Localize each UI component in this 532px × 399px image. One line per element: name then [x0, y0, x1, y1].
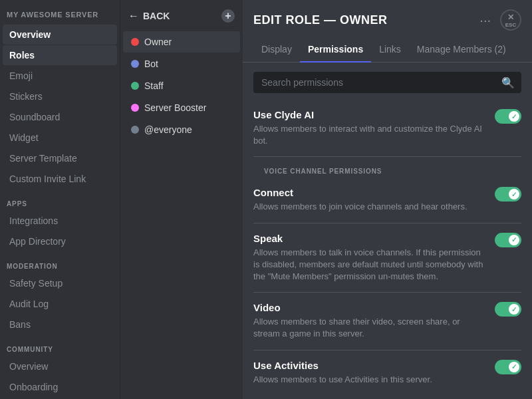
everyone-dot [131, 126, 139, 134]
checkmark-icon: ✓ [511, 306, 517, 313]
tabs-bar: Display Permissions Links Manage Members… [243, 37, 532, 63]
apps-section-label: APPS [0, 190, 120, 210]
sidebar-item-stickers[interactable]: Stickers [3, 86, 117, 106]
sidebar-item-custom-invite[interactable]: Custom Invite Link [3, 169, 117, 189]
role-item-server-booster[interactable]: Server Booster [123, 97, 240, 118]
sidebar-item-safety-setup[interactable]: Safety Setup [3, 273, 117, 293]
role-label-everyone: @everyone [144, 124, 192, 135]
permission-speak: Speak Allows members to talk in voice ch… [253, 223, 521, 293]
permission-desc: Allows members to interact with and cust… [253, 123, 487, 147]
search-icon: 🔍 [501, 76, 515, 89]
back-arrow-icon: ← [128, 10, 139, 22]
toggle-knob: ✓ [509, 304, 519, 315]
sidebar-item-app-directory[interactable]: App Directory [3, 231, 117, 251]
permission-use-activities: Use Activities Allows members to use Act… [253, 350, 521, 395]
checkmark-icon: ✓ [511, 363, 517, 370]
page-title: EDIT ROLE — OWNER [253, 13, 388, 27]
permission-use-clyde-ai: Use Clyde AI Allows members to interact … [253, 100, 521, 157]
permission-name: Speak [253, 233, 487, 244]
add-role-button[interactable]: + [221, 9, 235, 23]
sidebar: MY AWESOME SERVER Overview Roles Emoji S… [0, 0, 120, 399]
moderation-section-label: MODERATION [0, 252, 120, 273]
permissions-list: Use Clyde AI Allows members to interact … [243, 100, 532, 399]
checkmark-icon: ✓ [511, 191, 517, 198]
header-actions: ··· ✕ ESC [475, 9, 521, 31]
tab-display[interactable]: Display [253, 37, 300, 63]
close-esc-button[interactable]: ✕ ESC [500, 9, 521, 31]
search-input[interactable] [253, 72, 521, 93]
back-button[interactable]: ← BACK [128, 10, 170, 22]
back-label: BACK [143, 11, 170, 21]
permission-name: Video [253, 302, 487, 313]
esc-label: ESC [505, 22, 516, 28]
sidebar-item-soundboard[interactable]: Soundboard [3, 107, 117, 127]
tab-permissions[interactable]: Permissions [300, 37, 371, 63]
permission-desc: Allows members to share their video, scr… [253, 316, 487, 340]
role-item-owner[interactable]: Owner [123, 31, 240, 53]
bot-dot [131, 60, 139, 68]
community-section-label: COMMUNITY [0, 335, 120, 356]
sidebar-item-widget[interactable]: Widget [3, 128, 117, 148]
sidebar-item-server-template[interactable]: Server Template [3, 148, 117, 168]
role-label-staff: Staff [144, 80, 164, 91]
permission-name: Use Activities [253, 360, 487, 371]
sidebar-item-roles[interactable]: Roles [3, 45, 117, 65]
roles-panel: ← BACK + Owner Bot Staff Server Booster … [120, 0, 243, 399]
owner-dot [131, 38, 139, 46]
main-header: EDIT ROLE — OWNER ··· ✕ ESC [243, 0, 532, 31]
sidebar-item-onboarding[interactable]: Onboarding [3, 377, 117, 397]
main-content: EDIT ROLE — OWNER ··· ✕ ESC Display Perm… [243, 0, 532, 399]
permission-desc: Allows members to join voice channels an… [253, 201, 487, 213]
role-item-everyone[interactable]: @everyone [123, 119, 240, 140]
checkmark-icon: ✓ [511, 113, 517, 120]
permission-video: Video Allows members to share their vide… [253, 293, 521, 350]
booster-dot [131, 104, 139, 112]
permission-desc: Allows members to use Activities in this… [253, 374, 487, 386]
tab-links[interactable]: Links [371, 37, 409, 63]
permission-desc: Allows members to talk in voice channels… [253, 247, 487, 283]
sidebar-item-audit-log[interactable]: Audit Log [3, 294, 117, 314]
more-options-button[interactable]: ··· [475, 11, 495, 29]
permission-name: Use Clyde AI [253, 109, 487, 120]
tab-manage-members[interactable]: Manage Members (2) [409, 37, 514, 63]
sidebar-item-emoji[interactable]: Emoji [3, 66, 117, 86]
sidebar-item-bans[interactable]: Bans [3, 315, 117, 334]
checkmark-icon: ✓ [511, 236, 517, 243]
toggle-use-clyde-ai[interactable]: ✓ [495, 109, 521, 124]
toggle-knob: ✓ [509, 362, 519, 372]
role-label-server-booster: Server Booster [144, 102, 206, 113]
staff-dot [131, 82, 139, 90]
toggle-speak[interactable]: ✓ [495, 233, 521, 247]
roles-panel-header: ← BACK + [120, 0, 243, 31]
toggle-video[interactable]: ✓ [495, 302, 521, 317]
role-item-staff[interactable]: Staff [123, 75, 240, 96]
search-bar: 🔍 [253, 72, 521, 93]
role-label-owner: Owner [144, 37, 172, 47]
toggle-connect[interactable]: ✓ [495, 187, 521, 201]
toggle-knob: ✓ [509, 111, 519, 122]
sidebar-item-integrations[interactable]: Integrations [3, 211, 117, 231]
voice-channel-section-label: VOICE CHANNEL PERMISSIONS [264, 168, 511, 175]
role-item-bot[interactable]: Bot [123, 53, 240, 74]
permission-connect: Connect Allows members to join voice cha… [253, 178, 521, 223]
sidebar-item-community-overview[interactable]: Overview [3, 356, 117, 376]
toggle-knob: ✓ [509, 235, 519, 245]
permission-name: Connect [253, 187, 487, 198]
sidebar-item-overview[interactable]: Overview [3, 25, 117, 45]
toggle-knob: ✓ [509, 189, 519, 200]
server-name: MY AWESOME SERVER [0, 0, 120, 24]
toggle-use-activities[interactable]: ✓ [495, 360, 521, 374]
role-label-bot: Bot [144, 59, 158, 69]
close-x-icon: ✕ [507, 13, 514, 22]
